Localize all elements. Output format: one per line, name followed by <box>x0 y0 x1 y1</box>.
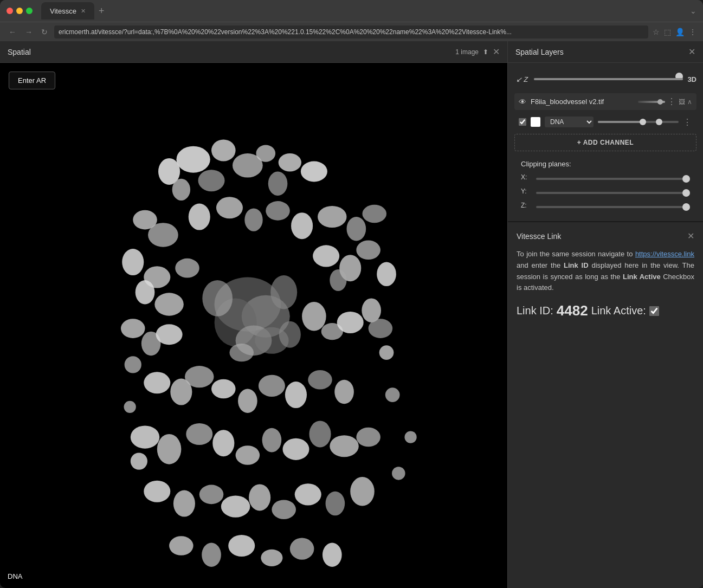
svg-point-43 <box>302 302 326 331</box>
link-active-checkbox[interactable] <box>649 306 659 316</box>
svg-point-28 <box>229 344 254 361</box>
svg-point-79 <box>385 387 400 402</box>
image-count-label: 1 image <box>455 48 479 56</box>
link-active-bold-text: Link Active <box>623 273 661 281</box>
svg-point-80 <box>404 431 416 443</box>
channel-menu-icon[interactable]: ⋮ <box>683 117 692 127</box>
profile-icon[interactable]: 👤 <box>675 28 685 36</box>
svg-point-42 <box>156 324 183 345</box>
bookmark-icon[interactable]: ☆ <box>653 28 660 36</box>
svg-point-34 <box>154 293 183 315</box>
refresh-button[interactable]: ↻ <box>39 25 50 38</box>
vitessce-link-url[interactable]: https://vitessce.link <box>635 250 694 258</box>
tab-title: Vitessce <box>50 7 76 15</box>
clipping-planes-section: Clipping planes: X: Y: <box>514 156 696 215</box>
new-tab-button[interactable]: + <box>96 3 107 19</box>
svg-point-75 <box>350 477 375 506</box>
link-description: To join the same session navigate to htt… <box>517 249 694 294</box>
svg-point-64 <box>309 421 331 447</box>
svg-point-65 <box>330 435 358 457</box>
spatial-panel-title: Spatial <box>8 48 455 56</box>
svg-point-76 <box>379 345 394 360</box>
svg-point-87 <box>290 538 314 560</box>
link-panel-close-button[interactable]: ✕ <box>687 231 694 241</box>
image-layer-controls: ⋮ 🖼 ∧ <box>638 96 692 107</box>
clip-z-slider-container <box>536 201 690 210</box>
maximize-window-button[interactable] <box>26 8 33 14</box>
layers-panel-title: Spatial Layers <box>515 48 688 56</box>
svg-point-33 <box>136 280 155 305</box>
minimize-window-button[interactable] <box>16 8 23 14</box>
link-desc-text-1: To join the same session navigate to <box>517 250 633 258</box>
clip-z-slider[interactable] <box>536 206 690 208</box>
tab-close-icon[interactable]: ✕ <box>81 8 86 15</box>
svg-point-18 <box>318 206 346 228</box>
svg-point-53 <box>259 375 285 397</box>
svg-point-56 <box>334 380 354 404</box>
extensions-icon[interactable]: ⬚ <box>664 28 671 36</box>
svg-point-72 <box>272 500 296 519</box>
svg-point-71 <box>249 484 270 511</box>
channel-name-dropdown[interactable]: DNA <box>545 117 594 127</box>
upload-icon[interactable]: ⬆ <box>483 48 488 56</box>
browser-tab[interactable]: Vitessce ✕ <box>41 2 94 20</box>
right-panels: Spatial Layers ✕ ↙ Z 3D <box>508 41 703 588</box>
browser-controls: ← → ↻ ☆ ⬚ 👤 ⋮ <box>0 22 703 41</box>
svg-point-17 <box>291 212 313 239</box>
expand-layer-icon[interactable]: ∧ <box>687 98 692 106</box>
link-id-row: Link ID: 4482 Link Active: <box>517 302 694 319</box>
svg-point-88 <box>323 542 342 567</box>
clip-x-slider[interactable] <box>536 178 690 180</box>
clip-y-slider[interactable] <box>536 192 690 194</box>
clip-y-label: Y: <box>521 188 532 195</box>
link-panel-header: Vitessce Link ✕ <box>517 231 694 241</box>
svg-point-68 <box>173 490 195 517</box>
clip-x-row: X: <box>521 172 690 182</box>
browser-menu-icon[interactable]: ⌄ <box>690 7 696 15</box>
svg-point-57 <box>131 425 159 448</box>
svg-point-1 <box>176 146 210 173</box>
svg-point-63 <box>282 438 309 460</box>
enter-ar-button[interactable]: Enter AR <box>9 72 55 89</box>
channel-color-swatch[interactable] <box>531 117 540 127</box>
svg-point-82 <box>392 467 405 480</box>
svg-point-32 <box>175 259 199 278</box>
svg-point-16 <box>266 201 290 221</box>
close-window-button[interactable] <box>7 8 13 14</box>
spatial-close-button[interactable]: ✕ <box>493 47 500 57</box>
back-button[interactable]: ← <box>7 25 18 38</box>
opacity-slider-track <box>638 101 665 103</box>
visibility-toggle-icon[interactable]: 👁 <box>519 98 526 106</box>
address-bar[interactable] <box>54 25 648 38</box>
image-layer-menu-icon[interactable]: ⋮ <box>667 96 676 107</box>
svg-point-14 <box>216 197 243 218</box>
layers-panel-header: Spatial Layers ✕ <box>508 41 703 63</box>
svg-point-52 <box>238 389 257 413</box>
3d-slider[interactable] <box>534 75 683 77</box>
more-icon[interactable]: ⋮ <box>689 28 696 36</box>
forward-button[interactable]: → <box>23 25 35 38</box>
svg-point-60 <box>212 430 234 456</box>
svg-point-77 <box>125 356 141 373</box>
svg-point-35 <box>313 245 339 267</box>
svg-point-55 <box>308 370 332 390</box>
layers-close-button[interactable]: ✕ <box>688 47 695 57</box>
svg-point-29 <box>279 321 301 348</box>
layers-content: ↙ Z 3D 👁 F8iia_bloodvessel v2.tif <box>508 63 703 221</box>
svg-point-15 <box>244 208 262 231</box>
traffic-lights <box>7 8 33 14</box>
svg-point-51 <box>211 379 236 399</box>
svg-point-5 <box>256 145 275 161</box>
clip-z-label: Z: <box>521 202 532 209</box>
link-id-value: 4482 <box>557 302 588 319</box>
layers-panel: Spatial Layers ✕ ↙ Z 3D <box>508 41 703 222</box>
browser-actions: ☆ ⬚ 👤 ⋮ <box>653 28 696 36</box>
svg-point-13 <box>189 204 210 230</box>
channel-visibility-checkbox[interactable] <box>519 118 526 126</box>
svg-point-86 <box>261 550 282 566</box>
add-channel-button[interactable]: + ADD CHANNEL <box>514 134 696 151</box>
svg-point-62 <box>262 428 282 453</box>
svg-point-50 <box>185 366 214 387</box>
channel-intensity-slider-track <box>598 121 679 123</box>
svg-point-54 <box>285 382 307 408</box>
